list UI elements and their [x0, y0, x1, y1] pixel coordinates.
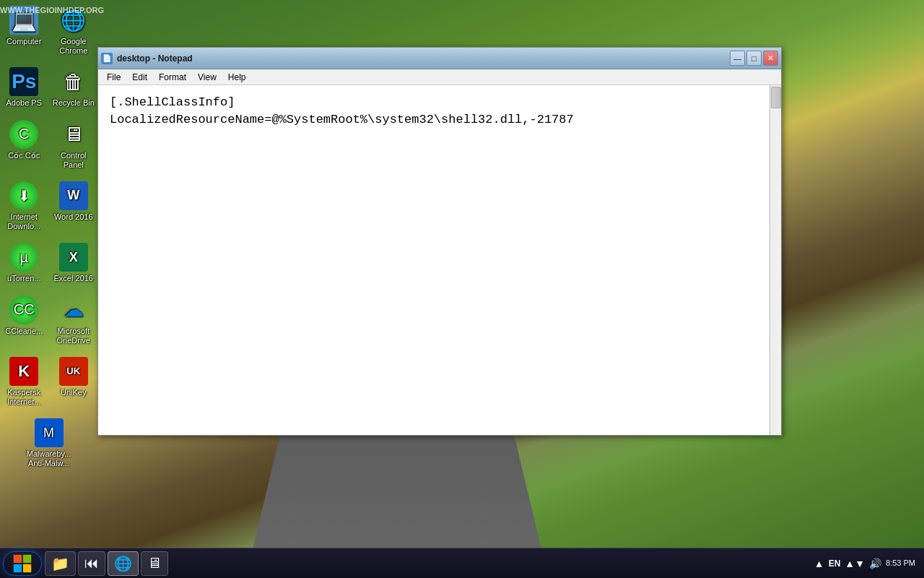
recycle-bin-icon: 🗑 — [59, 67, 88, 96]
notification-area: ▲ — [814, 558, 824, 569]
taskbar-file-explorer[interactable]: 📁 — [45, 551, 76, 576]
maximize-button[interactable]: □ — [746, 51, 762, 66]
taskbar: 📁 ⏮ 🌐 🖥 ▲ EN ▲▼ 🔊 8:53 PM — [0, 548, 924, 578]
onedrive-label: Microsoft OneDrive — [50, 327, 98, 345]
desktop-icon-kaspersky[interactable]: K Kaspersk Internet... — [0, 357, 48, 407]
taskbar-ie[interactable]: 🖥 — [141, 551, 168, 576]
utorrent-label: uTorren... — [7, 274, 40, 283]
window-controls: — □ ✕ — [730, 51, 778, 66]
menu-file[interactable]: File — [101, 71, 126, 84]
unikey-icon: UK — [59, 357, 88, 386]
notepad-menu-bar: File Edit Format View Help — [98, 69, 781, 85]
scrollbar-thumb[interactable] — [771, 87, 781, 108]
svg-rect-3 — [23, 564, 31, 571]
file-explorer-icon: 📁 — [51, 555, 69, 572]
ie-taskbar-icon: 🖥 — [147, 555, 162, 571]
notepad-app-icon: 📄 — [101, 53, 113, 64]
system-clock[interactable]: 8:53 PM — [886, 558, 915, 569]
control-panel-icon: 🖥 — [59, 120, 88, 149]
ps-icon-label: Adobe PS — [6, 98, 42, 108]
desktop-icon-ccleaner[interactable]: CC CCleane... — [0, 296, 48, 345]
notepad-content-area: [.ShellClassInfo] LocalizedResourceName=… — [98, 85, 781, 435]
menu-format[interactable]: Format — [153, 71, 192, 84]
desktop-icon-idm[interactable]: ⬇ Internet Downlo... — [0, 181, 48, 231]
desktop-icon-word[interactable]: W Word 2016 — [50, 181, 98, 231]
desktop-icon-recycle-bin[interactable]: 🗑 Recycle Bin — [50, 67, 98, 108]
svg-rect-0 — [14, 554, 22, 562]
kaspersky-label: Kaspersk Internet... — [0, 388, 48, 407]
ccleaner-icon: CC — [9, 296, 38, 324]
minimize-button[interactable]: — — [730, 51, 745, 66]
svg-rect-1 — [23, 554, 31, 562]
excel-label: Excel 2016 — [54, 274, 93, 283]
desktop-icon-coccoc[interactable]: C Cốc Cốc — [0, 120, 48, 170]
vertical-scrollbar[interactable] — [770, 85, 781, 435]
menu-view[interactable]: View — [192, 71, 222, 84]
windows-logo-icon — [12, 553, 32, 574]
desktop-icon-control-panel[interactable]: 🖥 Control Panel — [50, 120, 98, 170]
taskbar-chrome[interactable]: 🌐 — [108, 551, 139, 576]
notepad-window: 📄 desktop - Notepad — □ ✕ File Edit Form… — [97, 47, 782, 436]
desktop-icon-onedrive[interactable]: ☁ Microsoft OneDrive — [50, 296, 98, 345]
recycle-bin-label: Recycle Bin — [53, 98, 95, 108]
notepad-title: desktop - Notepad — [117, 53, 730, 64]
desktop-icon-photoshop[interactable]: Ps Adobe PS — [0, 67, 48, 108]
notepad-textarea[interactable]: [.ShellClassInfo] LocalizedResourceName=… — [98, 85, 770, 435]
malwarebytes-icon: M — [35, 418, 64, 447]
notification-chevron-icon[interactable]: ▲ — [814, 558, 824, 569]
chrome-taskbar-icon: 🌐 — [114, 555, 132, 572]
idm-icon: ⬇ — [9, 181, 38, 210]
svg-rect-2 — [14, 564, 22, 571]
unikey-label: UniKey — [61, 388, 86, 397]
malwarebytes-label: Malwareby... Anti-Malw... — [24, 449, 74, 468]
word-label: Word 2016 — [54, 212, 93, 222]
word-icon: W — [59, 181, 88, 210]
volume-icon[interactable]: 🔊 — [869, 558, 881, 569]
notepad-title-bar[interactable]: 📄 desktop - Notepad — □ ✕ — [98, 48, 781, 69]
kaspersky-icon: K — [9, 357, 38, 386]
control-panel-label: Control Panel — [50, 151, 98, 170]
computer-icon-label: Computer — [6, 37, 41, 46]
language-indicator[interactable]: EN — [829, 558, 841, 569]
photoshop-icon: Ps — [9, 67, 38, 96]
desktop-icon-unikey[interactable]: UK UniKey — [50, 357, 98, 407]
coccoc-icon: C — [9, 120, 38, 149]
coccoc-label: Cốc Cốc — [8, 151, 40, 160]
idm-label: Internet Downlo... — [0, 212, 48, 231]
ccleaner-label: CCleane... — [5, 327, 43, 336]
utorrent-icon: µ — [9, 243, 38, 272]
system-tray-area: ▲ EN ▲▼ 🔊 8:53 PM — [814, 558, 921, 569]
chrome-icon-label: Google Chrome — [50, 37, 98, 56]
menu-help[interactable]: Help — [222, 71, 252, 84]
excel-icon: X — [59, 243, 88, 272]
media-player-icon: ⏮ — [84, 555, 99, 571]
start-button[interactable] — [3, 551, 42, 576]
desktop-icon-malwarebytes[interactable]: M Malwareby... Anti-Malw... — [24, 418, 74, 468]
desktop-icon-utorrent[interactable]: µ uTorren... — [0, 243, 48, 283]
menu-edit[interactable]: Edit — [126, 71, 153, 84]
onedrive-icon: ☁ — [59, 296, 88, 324]
close-button[interactable]: ✕ — [763, 51, 778, 66]
taskbar-media-player[interactable]: ⏮ — [78, 551, 105, 576]
site-watermark: WWW.THEGIOINHDEP.ORG — [0, 6, 104, 14]
network-icon: ▲▼ — [845, 558, 865, 569]
desktop-icon-area: 💻 Computer 🌐 Google Chrome Ps Adobe PS 🗑… — [0, 0, 97, 475]
desktop-icon-excel[interactable]: X Excel 2016 — [50, 243, 98, 283]
